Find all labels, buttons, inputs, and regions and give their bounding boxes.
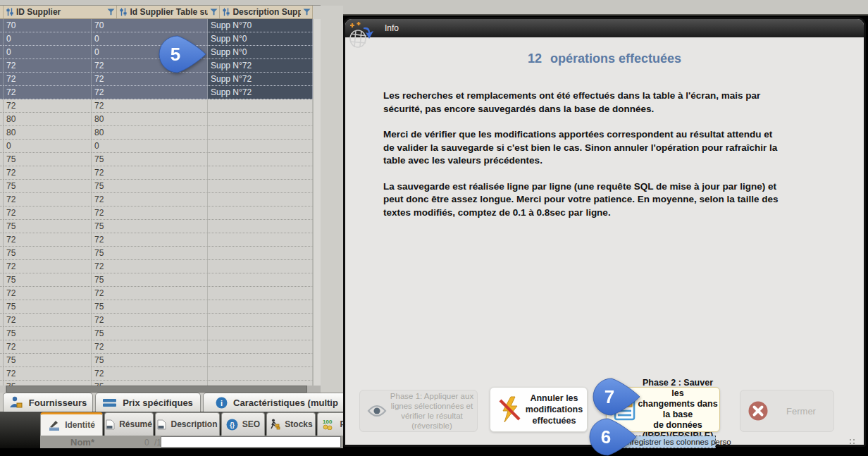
cell-id-supplier: 75 bbox=[4, 381, 92, 386]
table-row[interactable]: 0 0 bbox=[0, 140, 313, 153]
cell-description-supp: Supp N°72 bbox=[208, 59, 313, 73]
tab-prix[interactable]: 100 Pri bbox=[317, 412, 343, 436]
cell-description-supp bbox=[208, 314, 313, 327]
cell-id-supplier: 72 bbox=[4, 367, 92, 381]
table-header-row: ID Supplier Id Supplier Table sup bbox=[0, 6, 313, 19]
price-bars-icon bbox=[103, 398, 117, 407]
tab-fournisseurs[interactable]: Fournisseurs bbox=[3, 393, 93, 412]
table-row[interactable]: 75 75 bbox=[0, 327, 313, 340]
cell-id-supplier-table-sup: 75 bbox=[92, 354, 208, 367]
cell-description-supp: Supp N°0 bbox=[208, 32, 313, 46]
column-settings-icon[interactable] bbox=[6, 8, 14, 16]
cell-description-supp bbox=[208, 327, 313, 340]
table-row[interactable]: 75 75 bbox=[0, 354, 313, 367]
cell-description-supp bbox=[208, 166, 313, 180]
table-row[interactable]: 72 72 bbox=[0, 193, 313, 207]
table-row[interactable]: 72 72 bbox=[0, 287, 313, 300]
cancel-modifications-button[interactable]: Annuler les modifications effectuées bbox=[490, 387, 588, 432]
annotation-balloon-7: 7 bbox=[592, 377, 643, 417]
table-row[interactable]: 75 75 bbox=[0, 220, 313, 233]
phase1-apply-button[interactable]: Phase 1: Appliquer aux lignes sélectionn… bbox=[359, 390, 478, 432]
tab-resume[interactable]: Résumé bbox=[104, 412, 154, 436]
tab-caracteristiques[interactable]: i Caractéristiques (multip bbox=[203, 393, 343, 412]
cell-id-supplier: 75 bbox=[4, 247, 92, 260]
filter-funnel-icon[interactable] bbox=[107, 8, 115, 16]
name-input[interactable] bbox=[161, 436, 341, 448]
table-row[interactable]: 75 75 bbox=[0, 273, 313, 287]
column-header[interactable]: Id Supplier Table sup bbox=[117, 6, 220, 18]
column-header[interactable]: ID Supplier bbox=[4, 6, 118, 18]
table-row[interactable]: 70 70 Supp N°70 bbox=[0, 19, 313, 32]
tab-label: SEO bbox=[242, 419, 260, 429]
table-row[interactable]: 80 80 bbox=[0, 126, 313, 140]
filter-funnel-icon[interactable] bbox=[303, 8, 311, 16]
table-row[interactable]: 75 75 bbox=[0, 247, 313, 260]
table-row[interactable]: 72 72 bbox=[0, 260, 313, 273]
svg-text:100: 100 bbox=[323, 419, 333, 425]
close-circle-icon bbox=[748, 400, 769, 421]
cell-id-supplier: 75 bbox=[4, 180, 92, 193]
table-row[interactable]: 72 72 bbox=[0, 340, 313, 354]
tab-seo[interactable]: {} SEO bbox=[221, 412, 265, 436]
table-row[interactable]: 72 72 Supp N°72 bbox=[0, 86, 313, 99]
table-row[interactable]: 0 0 Supp N°0 bbox=[0, 32, 313, 46]
operations-count: 12 bbox=[528, 51, 542, 66]
cell-description-supp bbox=[208, 220, 313, 233]
table-row[interactable]: 75 75 bbox=[0, 153, 313, 166]
cell-id-supplier: 72 bbox=[4, 99, 92, 113]
cell-id-supplier: 75 bbox=[4, 327, 92, 340]
column-settings-icon[interactable] bbox=[222, 8, 230, 16]
resize-grip[interactable] bbox=[850, 439, 851, 440]
tab-label: Identité bbox=[65, 420, 95, 430]
table-row[interactable]: 72 72 bbox=[0, 367, 313, 381]
tab-label: Caractéristiques (multip bbox=[233, 398, 338, 408]
cell-id-supplier-table-sup: 72 bbox=[92, 99, 208, 113]
column-header[interactable]: Description Supp bbox=[220, 6, 313, 18]
tab-identite[interactable]: Identité bbox=[40, 412, 103, 436]
table-row[interactable]: 75 75 bbox=[0, 300, 313, 314]
cell-id-supplier: 72 bbox=[4, 59, 92, 73]
filter-funnel-icon[interactable] bbox=[210, 8, 218, 16]
cell-description-supp: Supp N°0 bbox=[208, 46, 313, 59]
cell-id-supplier-table-sup: 80 bbox=[92, 113, 208, 126]
table-row[interactable]: 75 75 bbox=[0, 381, 313, 386]
cell-id-supplier: 72 bbox=[4, 86, 92, 99]
info-circle-icon: i bbox=[216, 397, 228, 409]
cell-description-supp bbox=[208, 207, 313, 220]
table-row[interactable]: 72 72 bbox=[0, 233, 313, 247]
cell-id-supplier-table-sup: 75 bbox=[92, 381, 208, 386]
cell-id-supplier: 0 bbox=[4, 32, 92, 46]
table-row[interactable]: 72 72 Supp N°72 bbox=[0, 59, 313, 73]
table-row[interactable]: 80 80 bbox=[0, 113, 313, 126]
dialog-body-text: Les recherches et remplacements ont été … bbox=[383, 90, 857, 232]
table-row[interactable]: 72 72 bbox=[0, 207, 313, 220]
column-settings-icon[interactable] bbox=[119, 8, 128, 16]
svg-text:7: 7 bbox=[604, 386, 614, 407]
table-row[interactable]: 72 72 Supp N°72 bbox=[0, 73, 313, 86]
vertical-scrollbar[interactable] bbox=[313, 19, 321, 386]
table-row[interactable]: 0 0 Supp N°0 bbox=[0, 46, 313, 59]
cell-description-supp: Supp N°72 bbox=[208, 73, 313, 86]
cell-id-supplier: 72 bbox=[4, 314, 92, 327]
table-row[interactable]: 72 72 bbox=[0, 314, 313, 327]
cell-id-supplier-table-sup: 75 bbox=[92, 153, 208, 166]
cell-id-supplier-table-sup: 72 bbox=[92, 207, 208, 220]
operations-text: opérations effectuées bbox=[550, 51, 681, 66]
tab-stocks[interactable]: Stocks bbox=[266, 412, 316, 436]
close-button[interactable]: Fermer bbox=[740, 390, 834, 432]
tab-prix-specifiques[interactable]: Prix spécifiques bbox=[95, 393, 201, 412]
cell-id-supplier: 75 bbox=[4, 300, 92, 314]
svg-text:{}: {} bbox=[230, 421, 235, 428]
paragraph-2: Merci de vérifier que les modifications … bbox=[383, 128, 857, 168]
phase2-save-label: Phase 2 : Sauver les changements dans la… bbox=[636, 378, 719, 441]
table-row[interactable]: 72 72 bbox=[0, 99, 313, 113]
cell-id-supplier: 72 bbox=[4, 193, 92, 207]
table-row[interactable]: 75 75 bbox=[0, 180, 313, 193]
cell-id-supplier-table-sup: 75 bbox=[92, 247, 208, 260]
cell-description-supp bbox=[208, 193, 313, 207]
dialog-titlebar[interactable]: Info bbox=[345, 19, 864, 37]
no-flash-icon bbox=[497, 395, 521, 424]
cell-id-supplier: 72 bbox=[4, 166, 92, 180]
table-row[interactable]: 72 72 bbox=[0, 166, 313, 180]
tab-description[interactable]: Description bbox=[155, 412, 220, 436]
